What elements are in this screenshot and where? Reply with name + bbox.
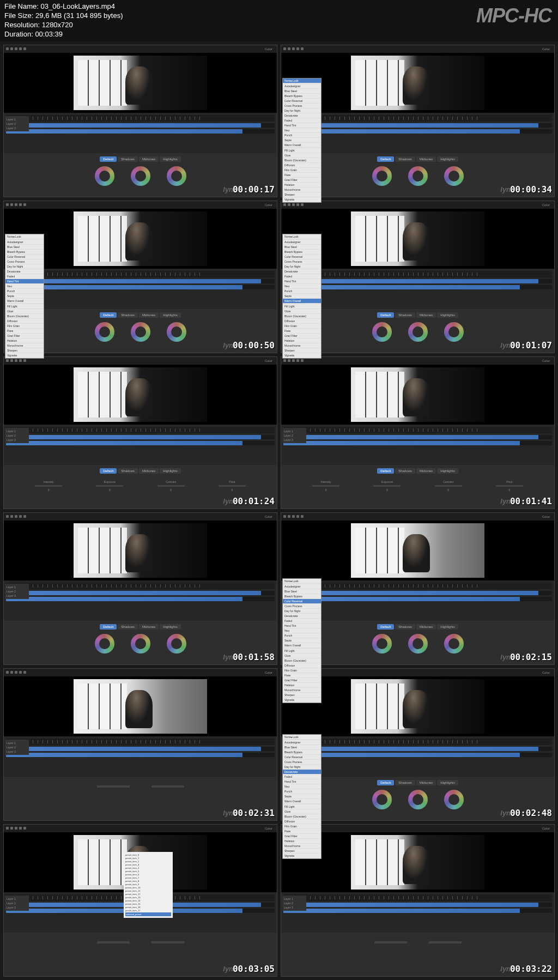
dropdown-item[interactable]: Bleach Bypass [283,594,321,599]
dropdown-item[interactable]: Punch [5,289,44,294]
dropdown-item[interactable]: Day for Night [283,264,321,269]
dropdown-item[interactable]: Glow [283,654,321,658]
control-tab[interactable]: Highlights [437,780,458,785]
control-tab[interactable]: Highlights [160,312,180,318]
dropdown-item[interactable]: Blue Steel [5,245,44,250]
dropdown-item[interactable]: Grad Filter [283,178,321,183]
timeline[interactable] [281,113,554,153]
timeline[interactable] [281,736,554,777]
toolbar-icon[interactable] [288,515,290,518]
toolbar-icon[interactable] [19,515,22,518]
toolbar-icon[interactable] [292,203,295,206]
dropdown-item[interactable]: Fill Light [5,304,44,309]
control-tab[interactable]: Shadows [118,312,138,318]
dropdown-item[interactable]: Film Grain [283,168,321,173]
toolbar-icon[interactable] [6,47,9,50]
toolbar-icon[interactable] [10,515,13,518]
dropdown-item[interactable]: Fill Light [283,304,321,309]
dropdown-item[interactable]: Warm Overall [5,299,44,304]
timeline[interactable] [281,425,554,465]
toolbar-icon[interactable] [292,47,295,50]
video-thumbnail[interactable]: ColorDefaultShadowsMidtonesHighlightsLay… [281,512,555,665]
dropdown-item[interactable]: Halation [5,338,44,343]
control-tab[interactable]: Default [100,156,117,162]
dropdown-item[interactable]: Grad Filter [283,334,321,338]
dropdown-item[interactable]: Halation [283,839,321,844]
control-tab[interactable]: Midtones [416,156,436,162]
dropdown-item[interactable]: Faded [5,274,44,279]
control-tab[interactable]: Highlights [160,156,180,162]
color-wheel[interactable] [95,322,114,342]
slider-track[interactable] [96,485,123,487]
layer-row[interactable]: Layer 1 [283,897,305,901]
control-tab[interactable]: Default [100,468,117,474]
dropdown-item[interactable]: Vignette [283,197,321,202]
dropdown-item[interactable]: Fill Light [283,649,321,654]
dropdown-item[interactable]: Flare [5,329,44,334]
control-tab[interactable]: Default [377,312,394,318]
dropdown-item[interactable]: Color Reversal [283,599,321,604]
dropdown-item[interactable]: Grad Filter [283,678,321,683]
color-wheel[interactable] [167,322,186,342]
dropdown-item[interactable]: Monochrome [5,343,44,348]
dropdown-item[interactable]: Bleach Bypass [283,94,321,99]
toolbar-icon[interactable] [15,359,17,362]
dropdown-item[interactable]: Blue Steel [283,245,321,250]
color-wheel[interactable] [372,166,392,186]
dropdown-item[interactable]: Faded [283,619,321,624]
layer-row[interactable]: Layer 2 [6,745,28,749]
dropdown-item[interactable]: Faded [283,775,321,779]
dropdown-item[interactable]: Cross Process [283,604,321,609]
toolbar-icon[interactable] [15,827,17,830]
timeline[interactable] [281,580,554,621]
panel-tab[interactable]: Color [263,670,275,675]
color-wheel[interactable] [131,166,150,186]
dropdown-item[interactable]: Blue Steel [283,89,321,94]
layers-panel[interactable]: Layer 1Layer 2Layer 3 [5,740,29,755]
dropdown-item[interactable]: Fill Light [283,804,321,809]
dropdown-item[interactable]: Hand Tint [283,624,321,628]
dropdown-item[interactable]: Day for Night [5,264,44,269]
dropdown-item[interactable]: Desaturate [283,770,321,775]
layer-row[interactable]: Layer 2 [6,589,28,594]
dropdown-item[interactable]: Diffusion [283,163,321,168]
dropdown-item[interactable]: Flare [283,329,321,334]
dropdown-item[interactable]: Halation [283,183,321,187]
control-tab[interactable]: Midtones [416,312,436,318]
dropdown-item[interactable]: Film Grain [283,824,321,829]
dropdown-item[interactable]: Desaturate [283,269,321,274]
layers-panel[interactable]: Layer 1Layer 2Layer 3 [5,428,29,443]
preset-list-popup[interactable]: preset_item_0preset_item_1preset_item_2p… [124,852,173,918]
dropdown-item[interactable]: Faded [283,118,321,123]
layer-row[interactable]: Layer 1 [6,897,28,901]
dropdown-item[interactable]: Glow [283,809,321,814]
toolbar-icon[interactable] [19,359,22,362]
dropdown-item[interactable]: None▸Look [283,234,321,239]
dropdown-item[interactable]: Sharpen [283,849,321,854]
toolbar-icon[interactable] [10,827,13,830]
timeline[interactable] [4,736,277,777]
dropdown-item[interactable]: None▸Look [5,234,44,239]
control-tab[interactable]: Default [377,624,394,630]
layer-row[interactable]: Layer 3 [6,594,28,598]
video-thumbnail[interactable]: ColorLayer 1Layer 2Layer 3lynd00:02:31 [3,668,277,821]
layer-row[interactable]: Layer 1 [6,741,28,745]
layer-row[interactable]: Layer 3 [283,905,305,910]
preset-dropdown[interactable]: None▸LookAutodesignerBlue SteelBleach By… [282,234,322,359]
panel-tab[interactable]: Color [540,47,552,51]
preset-dropdown[interactable]: None▸LookAutodesignerBlue SteelBleach By… [5,234,44,359]
layer-row[interactable]: Layer 1 [6,585,28,589]
toolbar-icon[interactable] [10,203,13,206]
timeline[interactable] [281,269,554,309]
toolbar-icon[interactable] [6,359,9,362]
dropdown-item[interactable]: Fill Light [283,148,321,153]
panel-tab[interactable]: Color [540,203,552,207]
dropdown-item[interactable]: Autodesigner [5,240,44,245]
color-wheel[interactable] [131,634,150,654]
dropdown-item[interactable]: Color Reversal [283,99,321,104]
layer-row[interactable]: Layer 1 [6,117,28,122]
dropdown-item[interactable]: Flare [283,673,321,678]
dropdown-item[interactable]: Diffusion [5,319,44,324]
dropdown-item[interactable]: Day for Night [283,609,321,614]
dropdown-item[interactable]: Hand Tint [5,279,44,284]
